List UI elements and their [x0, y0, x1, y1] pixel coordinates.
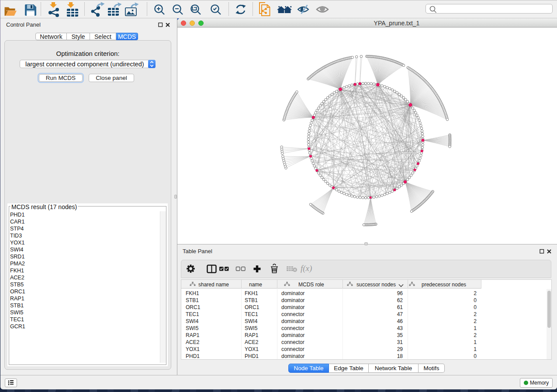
svg-text:f(x): f(x) — [301, 264, 312, 273]
